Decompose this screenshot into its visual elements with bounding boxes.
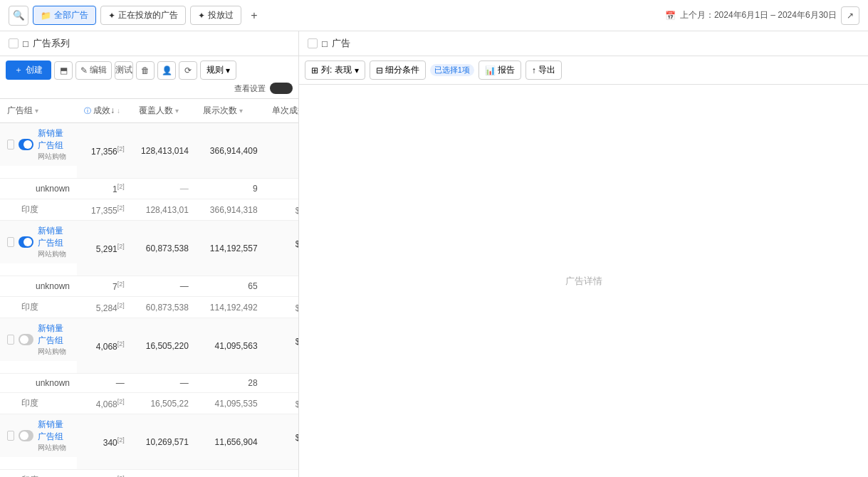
th-impressions: 展示次数 ▾ (196, 99, 265, 123)
impressions-cell: 28 (196, 374, 265, 393)
impressions-cell: 41,095,535 (196, 393, 265, 414)
view-toggle[interactable] (270, 83, 293, 94)
conversion-cell: 7[2] (77, 276, 132, 297)
right-select-all[interactable] (308, 38, 318, 48)
info-icon: ⓘ (84, 106, 91, 116)
right-toolbar: ⊞ 列: 表现 ▾ ⊟ 细分条件 已选择1项 📊 报告 ↑ 导出 (299, 56, 868, 85)
export-label: 导出 (538, 64, 555, 76)
campaign-panel-title: 广告系列 (33, 37, 70, 50)
impressions-cell: 114,192,557 (196, 221, 265, 276)
conversion-cell: 4,068[2] (77, 318, 132, 374)
grid-icon: ⊞ (311, 65, 318, 75)
reach-cell: 128,413,014 (132, 123, 196, 179)
row-checkbox[interactable] (7, 140, 14, 150)
col-settings-button[interactable]: ⊞ 列: 表现 ▾ (305, 61, 365, 80)
table-row: unknown (0, 374, 77, 393)
row-toggle[interactable] (19, 236, 34, 248)
th-reach: 覆盖人数 ▾ (132, 99, 196, 123)
cpa-cell: — (265, 374, 298, 393)
segment-icon: ⊟ (376, 65, 383, 75)
row-checkbox[interactable] (7, 335, 14, 345)
table-row: 新销量广告组 网站购物 (0, 123, 77, 166)
sort-icon-4: ▾ (239, 107, 243, 115)
sort-icon-3: ▾ (175, 107, 179, 115)
expand-button[interactable]: ↗ (841, 6, 859, 25)
select-all-checkbox[interactable] (9, 38, 19, 48)
conversion-cell: 4,068[2] (77, 393, 132, 414)
reach-cell: 10,269,571 (132, 414, 196, 470)
tab-past-label: 投放过 (208, 9, 234, 21)
calendar-icon: 📅 (665, 11, 676, 21)
row-checkbox[interactable] (7, 237, 14, 247)
impressions-cell: 366,914,409 (196, 123, 265, 179)
cpa-cell: $30.71[2] 单次购物 (265, 414, 298, 470)
cpa-cell: $27.74[2] (265, 393, 298, 414)
table-row: 新销量广告组 网站购物 (0, 414, 77, 457)
main-layout: □ 广告系列 ＋ 创建 ⬒ ✎ 编辑 测试 🗑 👤 ⟳ 规则 ▾ (0, 31, 868, 477)
conversion-cell: 17,355[2] (77, 199, 132, 221)
ad-panel-title: 广告 (332, 37, 350, 50)
impressions-cell: 114,192,492 (196, 297, 265, 318)
view-settings-label: 查看设置 (234, 83, 266, 94)
create-icon: ＋ (14, 64, 23, 76)
tab-active-ads[interactable]: ✦ 正在投放的广告 (100, 6, 186, 25)
right-panel: □ 广告 ⊞ 列: 表现 ▾ ⊟ 细分条件 已选择1项 📊 报告 ↑ 导出 (299, 31, 868, 477)
table-row: 印度 (0, 470, 77, 478)
reach-cell: 16,505,220 (132, 318, 196, 374)
delete-button[interactable]: 🗑 (136, 61, 155, 80)
selected-badge: 已选择1项 (430, 64, 474, 76)
campaign-link[interactable]: 新销量广告组 (38, 226, 63, 248)
create-button[interactable]: ＋ 创建 (6, 61, 51, 80)
cpa-cell: $25.72[2] 单次购物 (265, 221, 298, 276)
edit-label: 编辑 (90, 64, 107, 76)
export-button[interactable]: ↑ 导出 (525, 61, 562, 80)
edit-button[interactable]: ✎ 编辑 (75, 61, 112, 80)
test-label: 测试 (115, 64, 132, 76)
campaign-link[interactable]: 新销量广告组 (38, 323, 63, 345)
rules-label: 规则 (206, 64, 224, 76)
report-icon: 📊 (485, 65, 496, 75)
user-button[interactable]: 👤 (157, 61, 176, 80)
tab-past-icon: ✦ (198, 11, 205, 21)
impressions-cell: 9 (196, 179, 265, 199)
conversion-cell: 1[2] (77, 179, 132, 199)
conversion-cell: 340[2] (77, 414, 132, 470)
row-toggle[interactable] (19, 139, 34, 150)
row-toggle[interactable] (19, 430, 34, 441)
search-button[interactable]: 🔍 (9, 6, 28, 26)
conversion-cell: 5,291[2] (77, 221, 132, 276)
campaigns-table: 广告组 ▾ ⓘ 成效↓ ↓ (0, 99, 298, 477)
reach-cell: — (132, 179, 196, 199)
row-toggle[interactable] (19, 334, 34, 345)
campaign-panel-icon: □ (23, 38, 28, 49)
history-button[interactable]: ⟳ (179, 61, 197, 80)
cpa-cell: $0.01[2] (265, 276, 298, 297)
report-button[interactable]: 📊 报告 (479, 61, 521, 80)
reach-cell: 60,873,538 (132, 297, 196, 318)
col-settings-label: 列: 表现 (321, 64, 352, 76)
campaign-link[interactable]: 新销量广告组 (38, 128, 63, 150)
tab-active-icon: ✦ (108, 11, 115, 21)
cpa-cell: $25.02[2] (265, 199, 298, 221)
conversion-cell: — (77, 374, 132, 393)
tab-all-ads-icon: 📁 (41, 11, 51, 21)
row-checkbox[interactable] (7, 431, 14, 441)
campaign-link[interactable]: 新销量广告组 (38, 419, 63, 441)
impressions-cell: 366,914,318 (196, 199, 265, 221)
tab-past-ads[interactable]: ✦ 投放过 (190, 6, 241, 25)
segment-button[interactable]: ⊟ 细分条件 (370, 61, 426, 80)
rules-button[interactable]: 规则 ▾ (200, 61, 236, 80)
table-row: 印度 (0, 297, 77, 318)
table-row: unknown (0, 276, 77, 297)
tab-all-ads[interactable]: 📁 全部广告 (33, 6, 96, 25)
cpa-cell: $25[2] (265, 123, 298, 179)
copy-button[interactable]: ⬒ (54, 61, 73, 80)
left-panel: □ 广告系列 ＋ 创建 ⬒ ✎ 编辑 测试 🗑 👤 ⟳ 规则 ▾ (0, 31, 299, 477)
sort-icon: ▾ (35, 107, 38, 115)
th-cpa: 单次成效费用 ▾ (265, 99, 298, 123)
reach-cell: 16,505,22 (132, 393, 196, 414)
th-campaign-group: 广告组 ▾ (0, 99, 77, 123)
reach-cell: 128,413,01 (132, 199, 196, 221)
test-button[interactable]: 测试 (115, 61, 133, 80)
add-tab-button[interactable]: + (246, 7, 263, 24)
